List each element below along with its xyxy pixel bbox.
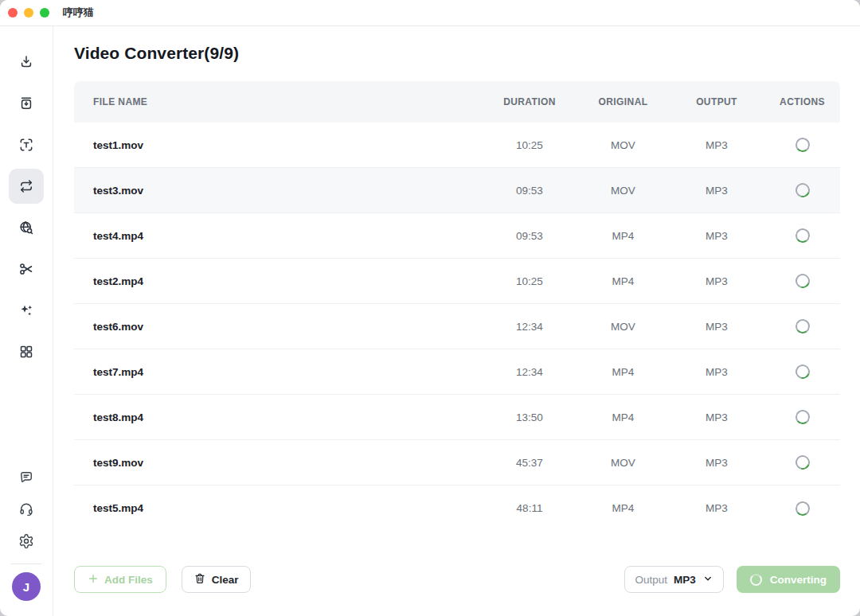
file-table: FILE NAME DURATION ORIGINAL OUTPUT ACTIO… [74, 81, 840, 531]
feedback-icon [18, 470, 34, 485]
converting-spinner-icon [792, 271, 811, 290]
duration-cell: 12:34 [482, 321, 577, 333]
output-format-cell: MP3 [669, 457, 764, 469]
duration-cell: 48:11 [482, 502, 577, 514]
ai-sparkles-icon [18, 302, 34, 318]
file-name-cell: test3.mov [74, 185, 482, 197]
clear-button[interactable]: Clear [182, 566, 251, 593]
actions-cell [764, 365, 840, 379]
actions-cell [764, 501, 840, 516]
sidebar-bottom-group: J [10, 462, 42, 616]
converting-spinner-icon [794, 409, 810, 425]
duration-cell: 13:50 [482, 411, 577, 423]
converting-spinner-icon [794, 228, 810, 244]
output-format-cell: MP3 [669, 275, 764, 287]
table-row: test3.mov 09:53 MOV MP3 [74, 168, 840, 213]
sidebar-item-apps[interactable] [9, 334, 44, 369]
column-header-duration: DURATION [482, 96, 577, 107]
sidebar-item-download[interactable] [9, 45, 44, 80]
actions-cell [764, 228, 840, 243]
sidebar-item-text-capture[interactable] [9, 127, 44, 162]
column-header-original: ORIGINAL [577, 96, 669, 107]
output-format-cell: MP3 [669, 139, 764, 151]
trash-icon [194, 572, 206, 587]
actions-cell [764, 410, 840, 424]
table-header-row: FILE NAME DURATION ORIGINAL OUTPUT ACTIO… [74, 81, 840, 123]
sidebar-divider [11, 563, 41, 564]
column-header-file-name: FILE NAME [74, 96, 482, 107]
duration-cell: 10:25 [482, 139, 577, 151]
footer-right-group: Output MP3 Converting [624, 566, 840, 593]
output-format-cell: MP3 [669, 321, 764, 333]
table-row: test6.mov 12:34 MOV MP3 [74, 304, 840, 349]
converting-spinner-icon [792, 362, 811, 381]
main-content: Video Converter(9/9) FILE NAME DURATION … [53, 26, 860, 616]
sidebar-item-support[interactable] [10, 493, 42, 525]
clear-label: Clear [212, 574, 239, 586]
sidebar-item-batch-download[interactable] [9, 86, 44, 121]
archive-download-icon [18, 96, 34, 111]
sidebar: J [0, 26, 53, 616]
app-window: 哼哼猫 [0, 0, 860, 616]
sidebar-item-ai-tools[interactable] [9, 293, 44, 328]
converting-label: Converting [770, 574, 827, 586]
file-name-cell: test8.mp4 [74, 411, 482, 423]
sidebar-item-web-search[interactable] [9, 210, 44, 245]
file-name-cell: test1.mov [74, 139, 482, 151]
actions-cell [764, 183, 840, 197]
sidebar-item-convert[interactable] [9, 169, 44, 204]
download-icon [18, 54, 34, 70]
converting-button[interactable]: Converting [737, 566, 840, 593]
duration-cell: 10:25 [482, 275, 577, 287]
zoom-window-button[interactable] [40, 8, 49, 18]
original-format-cell: MOV [577, 185, 669, 197]
file-name-cell: test6.mov [74, 321, 482, 333]
headset-icon [18, 501, 34, 517]
original-format-cell: MP4 [577, 230, 669, 242]
actions-cell [764, 455, 840, 470]
file-name-cell: test4.mp4 [74, 230, 482, 242]
add-files-button[interactable]: Add Files [74, 566, 166, 593]
duration-cell: 09:53 [482, 185, 577, 197]
apps-grid-icon [18, 344, 34, 360]
plus-icon [88, 573, 99, 587]
actions-cell [764, 138, 840, 152]
table-row: test2.mp4 10:25 MP4 MP3 [74, 259, 840, 304]
actions-cell [764, 274, 840, 288]
window-title: 哼哼猫 [63, 6, 94, 20]
output-format-cell: MP3 [669, 185, 764, 197]
sidebar-item-settings[interactable] [10, 525, 42, 557]
table-row: test5.mp4 48:11 MP4 MP3 [74, 485, 840, 531]
output-format-cell: MP3 [669, 366, 764, 378]
original-format-cell: MP4 [577, 502, 669, 514]
output-format-cell: MP3 [669, 411, 764, 423]
table-row: test7.mp4 12:34 MP4 MP3 [74, 349, 840, 395]
actions-cell [764, 319, 840, 333]
duration-cell: 09:53 [482, 230, 577, 242]
page-title: Video Converter(9/9) [74, 44, 840, 63]
footer-toolbar: Add Files Clear Output [74, 566, 840, 593]
avatar[interactable]: J [12, 572, 41, 601]
chevron-down-icon [702, 573, 713, 587]
original-format-cell: MOV [577, 457, 669, 469]
duration-cell: 45:37 [482, 457, 577, 469]
file-table-body: test1.mov 10:25 MOV MP3 test3.mov 09:53 … [74, 123, 840, 531]
output-format-cell: MP3 [669, 230, 764, 242]
file-name-cell: test2.mp4 [74, 275, 482, 287]
converting-spinner-icon [750, 574, 762, 586]
converting-spinner-icon [792, 181, 811, 200]
minimize-window-button[interactable] [24, 8, 33, 18]
original-format-cell: MOV [577, 139, 669, 151]
duration-cell: 12:34 [482, 366, 577, 378]
close-window-button[interactable] [8, 8, 18, 18]
sidebar-item-feedback[interactable] [10, 462, 42, 493]
converting-spinner-icon [792, 453, 811, 472]
file-name-cell: test7.mp4 [74, 366, 482, 378]
table-row: test4.mp4 09:53 MP4 MP3 [74, 213, 840, 259]
output-format-dropdown[interactable]: Output MP3 [624, 566, 723, 593]
sidebar-item-trim[interactable] [9, 251, 44, 287]
add-files-label: Add Files [104, 574, 153, 586]
text-capture-icon [18, 137, 34, 153]
original-format-cell: MP4 [577, 366, 669, 378]
traffic-lights [0, 8, 49, 18]
